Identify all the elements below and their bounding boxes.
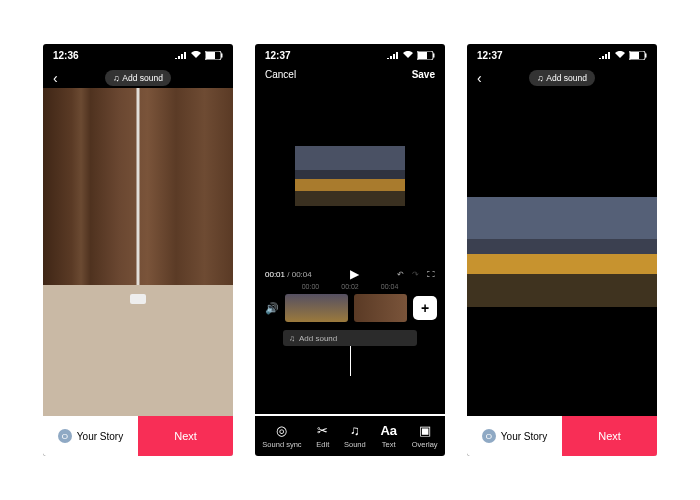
add-clip-button[interactable]: + — [413, 296, 437, 320]
volume-icon[interactable]: 🔊 — [263, 302, 279, 315]
back-button[interactable]: ‹ — [53, 70, 58, 86]
status-icons — [387, 51, 435, 60]
music-note-icon: ♫ — [537, 73, 543, 83]
timeline[interactable]: 🔊 + — [255, 290, 445, 326]
status-bar: 12:37 — [255, 44, 445, 66]
text-icon: Aa — [380, 423, 397, 438]
tab-overlay[interactable]: ▣ Overlay — [412, 423, 438, 449]
video-preview[interactable] — [43, 88, 233, 416]
undo-button[interactable]: ↶ — [397, 270, 404, 279]
clock: 12:36 — [53, 50, 79, 61]
your-story-label: Your Story — [77, 431, 123, 442]
preview-frame — [295, 146, 405, 206]
editor-tabs: ◎ Sound sync ✂ Edit ♫ Sound Aa Text ▣ Ov… — [255, 414, 445, 456]
overlay-icon: ▣ — [419, 423, 431, 438]
fullscreen-button[interactable]: ⛶ — [427, 270, 435, 279]
clock: 12:37 — [477, 50, 503, 61]
music-note-icon: ♫ — [350, 423, 360, 438]
clip-2[interactable] — [354, 294, 407, 322]
status-icons — [175, 51, 223, 60]
top-bar: ‹ ♫ Add sound — [467, 66, 657, 90]
tab-text[interactable]: Aa Text — [380, 423, 397, 449]
add-sound-label: Add sound — [546, 73, 587, 83]
screen-post-preview-2: 12:37 ‹ ♫ Add sound Aa ⌄ O Your Story Ne… — [467, 44, 657, 456]
add-sound-label: Add sound — [122, 73, 163, 83]
play-button[interactable]: ▶ — [350, 267, 359, 281]
video-preview[interactable] — [467, 88, 657, 416]
your-story-button[interactable]: O Your Story — [43, 416, 138, 456]
music-note-icon: ♫ — [113, 73, 119, 83]
music-note-icon: ♫ — [289, 334, 295, 343]
tab-edit[interactable]: ✂ Edit — [316, 423, 329, 449]
svg-rect-2 — [221, 53, 223, 57]
time-ticks: 00:00 00:02 00:04 — [255, 283, 445, 290]
screen-video-editor: 12:37 Cancel Save 00:01 / 00:04 ▶ ↶ ↷ ⛶ … — [255, 44, 445, 456]
status-bar: 12:37 — [467, 44, 657, 66]
add-sound-button[interactable]: ♫ Add sound — [105, 70, 171, 86]
avatar: O — [482, 429, 496, 443]
sound-track-label: Add sound — [299, 334, 337, 343]
bottom-bar: O Your Story Next — [467, 416, 657, 456]
svg-rect-11 — [433, 53, 435, 57]
cancel-button[interactable]: Cancel — [265, 69, 296, 80]
next-button[interactable]: Next — [138, 416, 233, 456]
time-current: 00:01 — [265, 270, 285, 279]
top-bar: ‹ ♫ Add sound — [43, 66, 233, 90]
svg-rect-14 — [645, 53, 647, 57]
clip-1[interactable] — [285, 294, 348, 322]
clock: 12:37 — [265, 50, 291, 61]
scissors-icon: ✂ — [317, 423, 328, 438]
transport-bar: 00:01 / 00:04 ▶ ↶ ↷ ⛶ — [255, 261, 445, 283]
editor-header: Cancel Save — [255, 66, 445, 83]
redo-button[interactable]: ↷ — [412, 270, 419, 279]
tab-sound[interactable]: ♫ Sound — [344, 423, 366, 449]
your-story-button[interactable]: O Your Story — [467, 416, 562, 456]
save-button[interactable]: Save — [412, 69, 435, 80]
preview-frame — [467, 197, 657, 307]
time-total: / 00:04 — [287, 270, 311, 279]
tab-sound-sync[interactable]: ◎ Sound sync — [262, 423, 301, 449]
next-label: Next — [598, 430, 621, 442]
next-label: Next — [174, 430, 197, 442]
back-button[interactable]: ‹ — [477, 70, 482, 86]
svg-rect-10 — [418, 52, 427, 59]
screen-post-preview: 12:36 ‹ ♫ Add sound Aa ⌄ O Your Story Ne… — [43, 44, 233, 456]
bottom-bar: O Your Story Next — [43, 416, 233, 456]
svg-rect-13 — [630, 52, 639, 59]
add-sound-button[interactable]: ♫ Add sound — [529, 70, 595, 86]
svg-rect-1 — [206, 52, 215, 59]
editor-preview[interactable] — [295, 91, 405, 261]
sync-icon: ◎ — [276, 423, 287, 438]
playhead[interactable] — [255, 346, 445, 376]
status-icons — [599, 51, 647, 60]
next-button[interactable]: Next — [562, 416, 657, 456]
sound-track[interactable]: ♫ Add sound — [283, 330, 417, 346]
status-bar: 12:36 — [43, 44, 233, 66]
avatar: O — [58, 429, 72, 443]
your-story-label: Your Story — [501, 431, 547, 442]
